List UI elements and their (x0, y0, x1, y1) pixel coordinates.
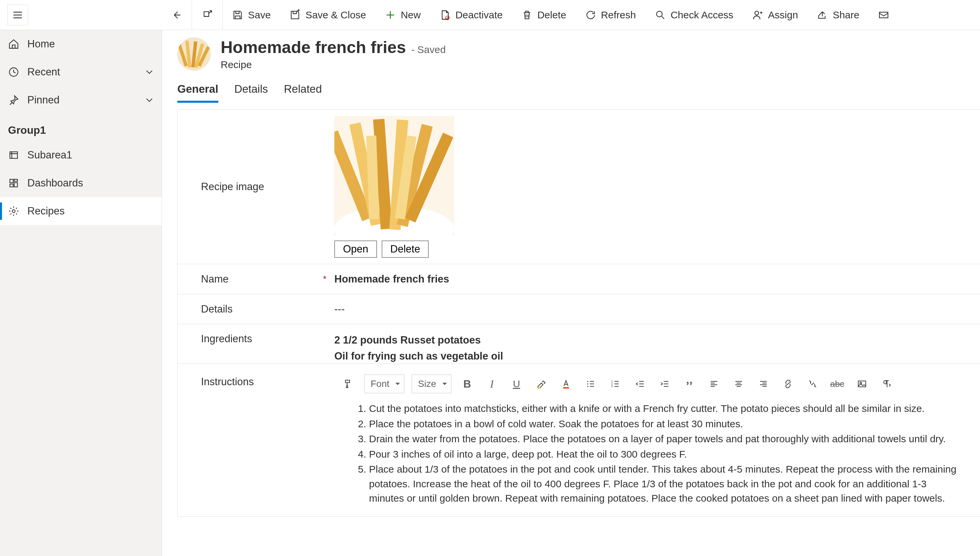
italic-button[interactable]: I (480, 375, 504, 393)
popout-icon (201, 9, 213, 21)
image-open-button[interactable]: Open (334, 241, 377, 258)
field-row-name: Name * Homemade french fries (178, 264, 980, 294)
nav-pinned[interactable]: Pinned (0, 86, 162, 114)
bold-icon: B (463, 378, 471, 390)
font-color-button[interactable] (554, 375, 578, 393)
share-button[interactable]: Share (808, 0, 869, 30)
svg-point-2 (755, 11, 759, 15)
nav-recent[interactable]: Recent (0, 58, 162, 86)
instruction-item: Cut the potatoes into matchsticks, eithe… (369, 401, 960, 416)
assign-button[interactable]: Assign (743, 0, 808, 30)
new-button[interactable]: New (376, 0, 430, 30)
email-link-button[interactable] (869, 0, 891, 30)
form-body: Recipe image (177, 109, 980, 517)
nav-recipes[interactable]: Recipes (0, 197, 162, 225)
align-center-button[interactable] (727, 375, 751, 393)
svg-point-1 (656, 11, 662, 17)
hamburger-button[interactable] (7, 5, 28, 25)
assign-label: Assign (768, 9, 798, 21)
save-close-button[interactable]: Save & Close (280, 0, 376, 30)
field-label-details: Details (201, 300, 334, 318)
left-nav: Home Recent Pinned Group1 Subarea1 Dashb… (0, 30, 162, 556)
delete-label: Delete (537, 9, 566, 21)
outdent-button[interactable] (628, 375, 652, 393)
tab-related[interactable]: Related (284, 83, 322, 103)
details-input[interactable]: --- (334, 300, 970, 318)
trash-icon (521, 9, 533, 21)
check-access-button[interactable]: Check Access (645, 0, 743, 30)
save-close-label: Save & Close (305, 9, 366, 21)
refresh-button[interactable]: Refresh (575, 0, 645, 30)
bold-button[interactable]: B (455, 375, 479, 393)
font-color-icon (561, 379, 571, 389)
arrow-left-icon (171, 9, 182, 21)
clock-icon (8, 66, 19, 78)
ltr-icon (882, 379, 892, 389)
tab-details[interactable]: Details (234, 83, 268, 103)
highlight-icon (536, 379, 546, 389)
share-icon (817, 9, 828, 21)
quote-button[interactable] (677, 375, 701, 393)
deactivate-button[interactable]: Deactivate (430, 0, 512, 30)
command-bar: Save Save & Close New Deactivate Delete … (0, 0, 980, 30)
align-right-button[interactable] (751, 375, 775, 393)
ingredients-input[interactable]: 2 1/2 pounds Russet potatoes Oil for fry… (334, 333, 970, 364)
align-left-button[interactable] (702, 375, 726, 393)
indent-button[interactable] (653, 375, 677, 393)
highlight-button[interactable] (529, 375, 553, 393)
search-icon (654, 9, 666, 21)
save-button[interactable]: Save (222, 0, 280, 30)
format-painter-icon (343, 379, 353, 389)
svg-point-26 (587, 386, 588, 387)
unlink-button[interactable] (801, 375, 825, 393)
format-painter-button[interactable] (336, 375, 360, 393)
ltr-button[interactable] (875, 375, 899, 393)
image-delete-button[interactable]: Delete (382, 241, 429, 258)
indent-icon (660, 379, 670, 389)
instruction-item: Pour 3 inches of oil into a large, deep … (369, 447, 960, 462)
number-list-button[interactable]: 123 (603, 375, 627, 393)
field-label-name: Name (201, 273, 229, 285)
nav-home[interactable]: Home (0, 30, 162, 58)
delete-button[interactable]: Delete (512, 0, 575, 30)
underline-button[interactable]: U (505, 375, 529, 393)
open-new-window-button[interactable] (192, 0, 222, 30)
nav-home-label: Home (27, 38, 55, 50)
chevron-down-icon (143, 94, 155, 106)
align-right-icon (758, 379, 768, 389)
pin-icon (8, 94, 19, 106)
fries-image-icon (334, 116, 455, 236)
align-left-icon (709, 379, 719, 389)
form-header: Homemade french fries - Saved Recipe (162, 37, 980, 77)
back-button[interactable] (161, 0, 192, 30)
bullet-list-button[interactable] (579, 375, 603, 393)
check-access-label: Check Access (671, 9, 733, 21)
nav-subarea1[interactable]: Subarea1 (0, 141, 162, 169)
save-icon (232, 9, 243, 21)
italic-icon: I (490, 378, 494, 390)
size-select[interactable]: Size (412, 375, 451, 393)
nav-subarea1-label: Subarea1 (27, 149, 72, 161)
ingredient-line: 2 1/2 pounds Russet potatoes (334, 333, 970, 348)
nav-dashboards[interactable]: Dashboards (0, 169, 162, 197)
record-avatar[interactable] (177, 37, 211, 71)
svg-point-5 (12, 210, 15, 213)
tab-general[interactable]: General (177, 83, 218, 103)
unlink-icon (808, 379, 818, 389)
save-close-icon (289, 9, 301, 21)
svg-rect-3 (879, 12, 888, 18)
bullet-list-icon (586, 379, 596, 389)
recipe-image[interactable] (334, 116, 455, 236)
image-button[interactable] (850, 375, 874, 393)
instructions-editor[interactable]: Cut the potatoes into matchsticks, eithe… (334, 398, 970, 516)
font-select[interactable]: Font (364, 375, 405, 393)
field-label-instructions: Instructions (201, 370, 334, 388)
strikethrough-button[interactable]: abc (825, 375, 849, 393)
form-main: Homemade french fries - Saved Recipe Gen… (162, 30, 980, 556)
quote-icon (684, 379, 694, 389)
link-button[interactable] (776, 375, 800, 393)
fries-thumbnail-icon (177, 37, 211, 71)
name-input[interactable]: Homemade french fries (334, 270, 970, 288)
assign-icon (752, 9, 763, 21)
svg-text:3: 3 (611, 385, 612, 388)
